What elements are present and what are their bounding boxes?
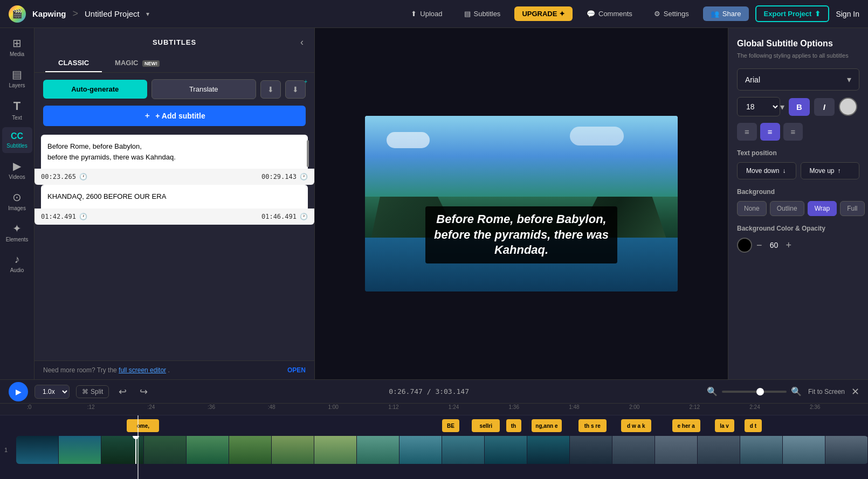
upgrade-button[interactable]: UPGRADE ✦: [514, 6, 573, 21]
text-controls: 18 ▾ B I: [737, 97, 859, 116]
align-center-button[interactable]: ≡: [760, 123, 780, 141]
subtitle-chip-7[interactable]: d w a k: [621, 419, 651, 432]
subtitle-card[interactable]: Before Rome, before Babylon,before the p…: [41, 135, 308, 178]
move-up-button[interactable]: Move up ↑: [801, 162, 860, 179]
video-track[interactable]: [16, 436, 868, 464]
time-end-2[interactable]: 01:46.491 🕐: [261, 213, 308, 220]
bg-color-opacity-controls: − 60 +: [737, 238, 859, 253]
comments-button[interactable]: 💬 Comments: [579, 6, 640, 21]
subtitle-chip-6[interactable]: th s re: [578, 419, 607, 432]
upload-button[interactable]: ⬆ Upload: [403, 6, 450, 21]
opacity-decrease-button[interactable]: −: [756, 240, 762, 251]
breadcrumb-separator: >: [73, 8, 79, 19]
time-start-2[interactable]: 01:42.491 🕐: [41, 213, 87, 220]
subtitle-chip-10[interactable]: d t: [745, 419, 762, 432]
import-icon-button[interactable]: ⬇: [260, 80, 281, 99]
subtitle-chip-5[interactable]: ng,ann e: [532, 419, 562, 432]
italic-button[interactable]: I: [814, 98, 835, 116]
zoom-in-button[interactable]: 🔍: [791, 386, 802, 397]
split-button[interactable]: ⌘ Split: [76, 385, 109, 398]
clock-icon-3: 🕐: [79, 213, 87, 220]
speed-selector[interactable]: 1.0x: [35, 385, 70, 399]
alignment-controls: ≡ ≡ ≡: [737, 123, 859, 141]
share-button[interactable]: 👥 Share: [703, 6, 749, 21]
subtitles-nav-icon: ▤: [464, 10, 471, 18]
sidebar-item-media[interactable]: ⊞ Media: [2, 32, 32, 61]
redo-button[interactable]: ↪: [136, 384, 151, 400]
bg-full-button[interactable]: Full: [840, 201, 864, 216]
sidebar-item-images[interactable]: ⊙ Images: [2, 186, 32, 216]
close-timeline-button[interactable]: ✕: [851, 386, 859, 398]
clock-icon-1: 🕐: [79, 173, 87, 181]
opacity-value-display: 60: [767, 241, 782, 249]
settings-button[interactable]: ⚙ Settings: [646, 6, 697, 21]
subtitles-nav-button[interactable]: ▤ Subtitles: [457, 6, 508, 21]
subtitle-chip-2[interactable]: BE: [442, 419, 459, 432]
font-size-select[interactable]: 18: [737, 97, 780, 116]
video-frames: [16, 436, 868, 464]
undo-button[interactable]: ↩: [115, 384, 130, 400]
subtitle-card-text-1[interactable]: Before Rome, before Babylon,before the p…: [47, 141, 301, 162]
subtitle-chip-8[interactable]: e her a: [672, 419, 700, 432]
subtitle-chips-track: ome, BE sellri th ng,ann e th s re d w a…: [16, 418, 868, 434]
canvas-area: Before Rome, before Babylon,before the p…: [315, 28, 728, 379]
translate-button[interactable]: Translate: [151, 79, 257, 99]
subtitles-panel: SUBTITLES ‹ CLASSIC MAGIC NEW! Auto-gene…: [35, 28, 315, 379]
bg-color-picker[interactable]: [737, 238, 752, 253]
tab-classic[interactable]: CLASSIC: [45, 54, 102, 72]
sidebar-item-audio[interactable]: ♪ Audio: [2, 249, 32, 277]
subtitle-chip-1[interactable]: ome,: [127, 419, 159, 432]
sidebar-item-videos[interactable]: ▶ Videos: [2, 155, 32, 184]
signin-button[interactable]: Sign In: [836, 10, 859, 18]
fit-screen-button[interactable]: Fit to Screen: [808, 388, 845, 395]
align-left-button[interactable]: ≡: [737, 123, 757, 141]
ruler-mark: 1:24: [449, 404, 459, 410]
zoom-out-button[interactable]: 🔍: [707, 386, 718, 397]
brand-name[interactable]: Kapwing: [32, 9, 66, 18]
subtitle-chip-4[interactable]: th: [506, 419, 521, 432]
playhead[interactable]: [135, 436, 136, 464]
full-screen-editor-link[interactable]: full screen editor: [119, 366, 166, 374]
sidebar-item-elements[interactable]: ✦ Elements: [2, 218, 32, 247]
time-end-1[interactable]: 00:29.143 🕐: [261, 173, 308, 181]
panel-subtitle: The following styling applies to all sub…: [737, 52, 859, 60]
subtitle-card-2[interactable]: KHANDAQ, 2600 BEFORE OUR ERA 01:42.491 🕐…: [41, 185, 308, 218]
app-logo: 🎬: [9, 5, 26, 23]
sidebar-item-text[interactable]: T Text: [2, 95, 32, 125]
export-button[interactable]: Export Project ⬆: [755, 5, 830, 22]
align-right-button[interactable]: ≡: [783, 123, 803, 141]
tab-magic[interactable]: MAGIC NEW!: [102, 54, 173, 72]
subtitle-card-text-2[interactable]: KHANDAQ, 2600 BEFORE OUR ERA: [47, 191, 301, 202]
sidebar-item-layers[interactable]: ▤ Layers: [2, 64, 32, 93]
bg-none-button[interactable]: None: [737, 201, 767, 216]
autogenerate-button[interactable]: Auto-generate: [43, 80, 147, 99]
subtitles-close-button[interactable]: ‹: [300, 37, 304, 48]
ruler-mark: 2:12: [690, 404, 700, 410]
layers-icon: ▤: [12, 68, 22, 81]
text-color-picker[interactable]: [839, 98, 857, 116]
open-button[interactable]: OPEN: [287, 366, 306, 374]
timeline-area: ▶ 1.0x ⌘ Split ↩ ↪ 0:26.747 / 3:03.147 🔍…: [0, 379, 868, 479]
add-subtitle-button[interactable]: ＋ + Add subtitle: [43, 106, 306, 126]
add-icon-button[interactable]: ⬇+: [285, 80, 306, 99]
time-start-1[interactable]: 00:23.265 🕐: [41, 173, 87, 181]
project-name[interactable]: Untitled Project: [85, 9, 140, 18]
down-arrow-icon: ↓: [782, 167, 786, 175]
text-icon: T: [13, 99, 20, 113]
ruler-mark: 1:12: [388, 404, 398, 410]
bg-outline-button[interactable]: Outline: [770, 201, 804, 216]
move-down-button[interactable]: Move down ↓: [737, 162, 796, 179]
subtitle-chip-3[interactable]: sellri: [472, 419, 500, 432]
sidebar-item-subtitles[interactable]: CC Subtitles: [2, 127, 32, 153]
subtitle-chip-9[interactable]: la v: [715, 419, 734, 432]
project-dropdown-icon[interactable]: ▾: [146, 10, 149, 18]
bold-button[interactable]: B: [789, 98, 810, 116]
play-button[interactable]: ▶: [9, 382, 28, 401]
font-selector[interactable]: Arial ▾: [737, 68, 859, 91]
video-preview[interactable]: Before Rome, before Babylon,before the p…: [365, 116, 678, 291]
up-arrow-icon: ↑: [838, 167, 841, 175]
zoom-slider[interactable]: [722, 391, 787, 393]
font-name-display: Arial: [745, 75, 760, 84]
bg-wrap-button[interactable]: Wrap: [808, 201, 837, 216]
opacity-increase-button[interactable]: +: [786, 240, 792, 251]
